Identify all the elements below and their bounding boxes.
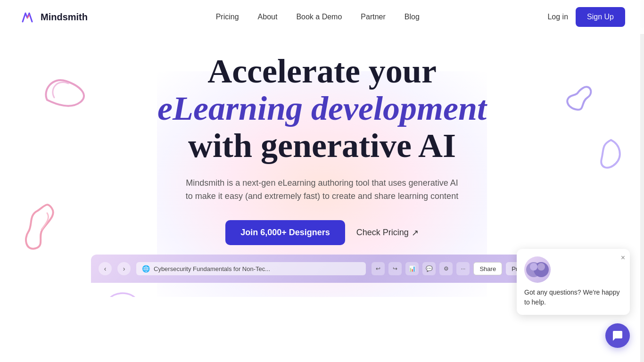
hero-title-line1: Accelerate your	[0, 53, 644, 90]
address-bar: 🌐 Cybersecurity Fundamentals for Non-Tec…	[136, 262, 366, 275]
next-button[interactable]: ›	[117, 262, 131, 275]
preview-window: ‹ › 🌐 Cybersecurity Fundamentals for Non…	[91, 255, 553, 283]
svg-point-4	[537, 263, 545, 271]
brand-name: Mindsmith	[41, 12, 88, 23]
chat-bubble: × Got any questions? We're happy to help…	[517, 249, 630, 315]
nav-book-demo[interactable]: Book a Demo	[296, 13, 342, 21]
share-button[interactable]: Share	[473, 262, 502, 275]
nav-about[interactable]: About	[258, 13, 278, 21]
nav-actions: Log in Sign Up	[547, 7, 625, 27]
nav-blog[interactable]: Blog	[405, 13, 420, 21]
logo-link[interactable]: Mindsmith	[19, 8, 88, 25]
globe-icon: 🌐	[142, 265, 150, 272]
chat-close-button[interactable]: ×	[621, 254, 625, 262]
more-btn[interactable]: ···	[456, 262, 470, 275]
chat-widget: × Got any questions? We're happy to help…	[605, 323, 630, 348]
address-text: Cybersecurity Fundamentals for Non-Tec..…	[154, 265, 270, 272]
comment-btn[interactable]: 💬	[422, 262, 436, 275]
prev-button[interactable]: ‹	[99, 262, 112, 275]
hero-subtitle: Mindsmith is a next-gen eLearning author…	[185, 176, 459, 204]
doodle-bottom-left	[104, 288, 141, 297]
nav-partner[interactable]: Partner	[361, 13, 385, 21]
hero-title-line3: with generative AI	[0, 127, 644, 165]
login-button[interactable]: Log in	[547, 13, 568, 21]
chart-btn[interactable]: 📊	[405, 262, 419, 275]
hero-title-line2: eLearning development	[0, 90, 644, 127]
logo-icon	[19, 8, 36, 25]
nav-links: Pricing About Book a Demo Partner Blog	[216, 13, 420, 21]
hero-content: Accelerate your eLearning development wi…	[0, 53, 644, 245]
navbar: Mindsmith Pricing About Book a Demo Part…	[0, 0, 644, 34]
check-pricing-button[interactable]: Check Pricing ↗	[356, 228, 419, 238]
chat-icon	[611, 329, 624, 342]
chat-open-button[interactable]	[605, 323, 630, 348]
back-btn[interactable]: ↩	[372, 262, 385, 275]
signup-button[interactable]: Sign Up	[576, 7, 625, 27]
settings-btn[interactable]: ⚙	[439, 262, 453, 275]
chat-message: Got any questions? We're happy to help.	[524, 288, 622, 307]
join-designers-button[interactable]: Join 6,000+ Designers	[225, 220, 345, 245]
chat-avatars	[524, 256, 551, 283]
svg-point-3	[530, 263, 537, 271]
forward-btn[interactable]: ↪	[388, 262, 402, 275]
nav-pricing[interactable]: Pricing	[216, 13, 239, 21]
hero-cta-buttons: Join 6,000+ Designers Check Pricing ↗	[0, 220, 644, 245]
